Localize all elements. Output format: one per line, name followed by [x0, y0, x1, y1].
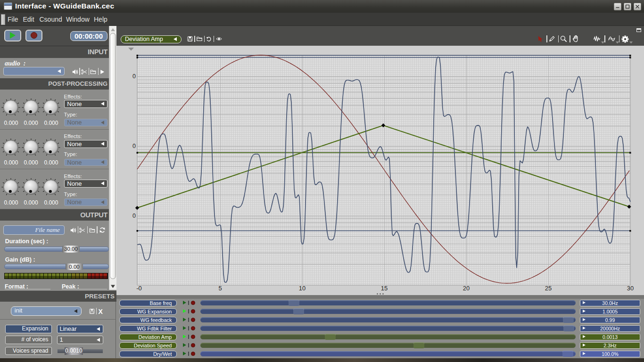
svg-text:-0: -0	[136, 285, 142, 292]
svg-text:15: 15	[381, 285, 388, 292]
svg-text:25: 25	[545, 285, 552, 292]
svg-text:0: 0	[132, 213, 136, 219]
svg-text:30: 30	[627, 285, 634, 292]
svg-text:0: 0	[132, 73, 136, 80]
svg-text:10: 10	[299, 285, 305, 292]
svg-text:5: 5	[218, 285, 222, 292]
svg-text:0: 0	[132, 143, 136, 149]
svg-text:20: 20	[463, 285, 470, 292]
